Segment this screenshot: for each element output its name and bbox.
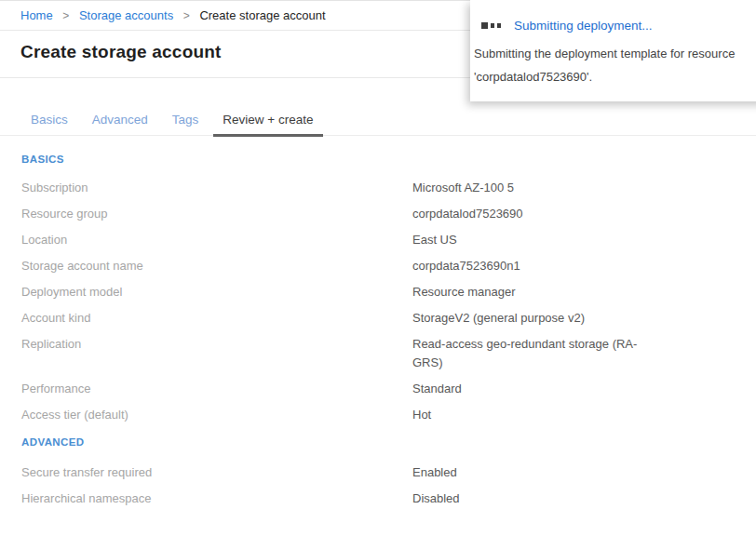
review-row-secure-transfer: Secure transfer required Enabled [21,463,756,482]
field-label: Account kind [21,309,412,328]
review-row-location: Location East US [21,231,756,249]
field-label: Subscription [21,179,412,197]
toast-body-line1: Submitting the deployment template for r… [474,47,735,60]
tab-tags[interactable]: Tags [163,113,209,135]
field-value: East US [412,231,457,249]
tab-review-create[interactable]: Review + create [213,113,322,137]
tab-advanced[interactable]: Advanced [83,113,157,135]
breadcrumb-current: Create storage account [199,8,325,22]
field-label: Performance [21,380,412,398]
review-content: BASICS Subscription Microsoft AZ-100 5 R… [0,136,756,508]
field-label: Resource group [21,205,412,223]
breadcrumb-separator: > [62,9,69,22]
tab-bar: Basics Advanced Tags Review + create [0,113,756,136]
field-value: Read-access geo-redundant storage (RA-GR… [412,335,645,372]
review-row-storage-account-name: Storage account name corpdata7523690n1 [21,257,756,275]
field-value: Hot [412,406,431,424]
deployment-progress-icon [481,22,504,29]
tab-basics[interactable]: Basics [21,113,77,135]
field-label: Hierarchical namespace [21,489,412,508]
review-row-access-tier: Access tier (default) Hot [21,406,756,424]
breadcrumb-storage-accounts[interactable]: Storage accounts [79,8,173,22]
review-row-account-kind: Account kind StorageV2 (general purpose … [21,309,756,328]
field-label: Location [21,231,412,249]
field-value: StorageV2 (general purpose v2) [412,309,585,328]
toast-body: Submitting the deployment template for r… [474,42,756,88]
field-value: Standard [412,380,462,398]
field-value: corpdatalod7523690 [412,205,523,223]
toast-title-link[interactable]: Submitting deployment... [514,19,653,33]
notification-toast: Submitting deployment... Submitting the … [470,0,756,101]
toast-title-row: Submitting deployment... [481,19,756,33]
review-row-subscription: Subscription Microsoft AZ-100 5 [21,179,756,197]
section-heading-basics: BASICS [21,154,756,165]
field-label: Replication [21,335,412,372]
field-value: Resource manager [412,283,516,302]
field-value: Enabled [412,463,457,482]
field-label: Storage account name [21,257,412,275]
review-row-resource-group: Resource group corpdatalod7523690 [21,205,756,223]
toast-body-line2: 'corpdatalod7523690'. [474,70,592,84]
breadcrumb-home[interactable]: Home [20,8,53,22]
field-value: Disabled [412,489,460,508]
review-row-deployment-model: Deployment model Resource manager [21,283,756,302]
review-row-performance: Performance Standard [21,380,756,398]
field-label: Secure transfer required [21,463,412,482]
field-value: Microsoft AZ-100 5 [412,179,514,197]
field-value: corpdata7523690n1 [412,257,520,275]
field-label: Deployment model [21,283,412,302]
review-row-replication: Replication Read-access geo-redundant st… [21,335,756,372]
section-heading-advanced: ADVANCED [21,436,756,448]
breadcrumb-separator: > [183,9,190,22]
review-row-hierarchical-namespace: Hierarchical namespace Disabled [21,489,756,508]
field-label: Access tier (default) [21,406,412,424]
